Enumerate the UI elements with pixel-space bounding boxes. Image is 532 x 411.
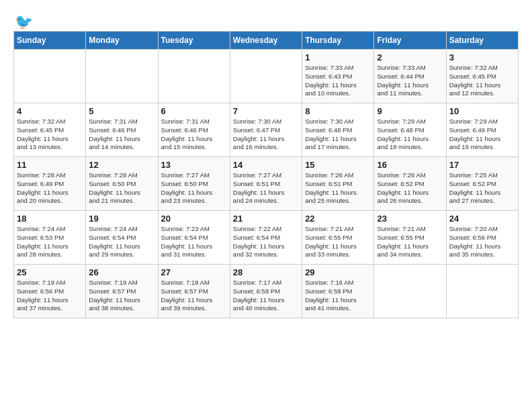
day-info: Sunrise: 7:30 AM Sunset: 6:47 PM Dayligh…: [233, 118, 299, 152]
calendar-header-row: SundayMondayTuesdayWednesdayThursdayFrid…: [14, 32, 519, 50]
day-number: 12: [89, 160, 154, 170]
calendar-cell: 20Sunrise: 7:23 AM Sunset: 6:54 PM Dayli…: [158, 211, 230, 265]
calendar-cell: 26Sunrise: 7:19 AM Sunset: 6:57 PM Dayli…: [86, 265, 158, 318]
calendar-cell: [374, 265, 446, 318]
calendar-week-row: 4Sunrise: 7:32 AM Sunset: 6:45 PM Daylig…: [14, 103, 519, 157]
day-number: 1: [305, 52, 371, 62]
calendar-week-row: 18Sunrise: 7:24 AM Sunset: 6:53 PM Dayli…: [14, 211, 519, 265]
header-wednesday: Wednesday: [230, 32, 302, 50]
day-number: 3: [449, 52, 515, 62]
calendar-cell: 28Sunrise: 7:17 AM Sunset: 6:58 PM Dayli…: [230, 265, 302, 318]
logo: 🐦: [13, 13, 33, 27]
calendar-cell: 17Sunrise: 7:25 AM Sunset: 6:52 PM Dayli…: [446, 157, 518, 211]
day-info: Sunrise: 7:18 AM Sunset: 6:57 PM Dayligh…: [161, 279, 227, 313]
day-info: Sunrise: 7:29 AM Sunset: 6:49 PM Dayligh…: [449, 118, 515, 152]
day-info: Sunrise: 7:24 AM Sunset: 6:54 PM Dayligh…: [89, 225, 154, 259]
day-info: Sunrise: 7:16 AM Sunset: 6:58 PM Dayligh…: [305, 279, 371, 313]
calendar-cell: 7Sunrise: 7:30 AM Sunset: 6:47 PM Daylig…: [230, 103, 302, 157]
calendar-cell: [14, 50, 86, 103]
day-info: Sunrise: 7:30 AM Sunset: 6:48 PM Dayligh…: [305, 118, 371, 152]
day-info: Sunrise: 7:19 AM Sunset: 6:57 PM Dayligh…: [89, 279, 154, 313]
calendar-cell: 5Sunrise: 7:31 AM Sunset: 6:46 PM Daylig…: [86, 103, 158, 157]
day-number: 10: [449, 106, 515, 116]
day-info: Sunrise: 7:31 AM Sunset: 6:46 PM Dayligh…: [89, 118, 154, 152]
day-info: Sunrise: 7:32 AM Sunset: 6:45 PM Dayligh…: [449, 64, 515, 98]
day-number: 27: [161, 267, 227, 277]
calendar-cell: 27Sunrise: 7:18 AM Sunset: 6:57 PM Dayli…: [158, 265, 230, 318]
calendar-cell: [86, 50, 158, 103]
day-number: 26: [89, 267, 154, 277]
page-header: 🐦: [13, 13, 519, 27]
calendar-cell: 4Sunrise: 7:32 AM Sunset: 6:45 PM Daylig…: [14, 103, 86, 157]
day-number: 24: [449, 214, 515, 224]
day-info: Sunrise: 7:24 AM Sunset: 6:53 PM Dayligh…: [17, 225, 83, 259]
calendar-cell: 12Sunrise: 7:28 AM Sunset: 6:50 PM Dayli…: [86, 157, 158, 211]
day-number: 14: [233, 160, 299, 170]
day-number: 15: [305, 160, 371, 170]
day-number: 29: [305, 267, 371, 277]
day-info: Sunrise: 7:28 AM Sunset: 6:50 PM Dayligh…: [89, 171, 154, 205]
day-info: Sunrise: 7:27 AM Sunset: 6:50 PM Dayligh…: [161, 171, 227, 205]
day-info: Sunrise: 7:33 AM Sunset: 6:43 PM Dayligh…: [305, 64, 371, 98]
calendar-cell: 18Sunrise: 7:24 AM Sunset: 6:53 PM Dayli…: [14, 211, 86, 265]
header-saturday: Saturday: [446, 32, 518, 50]
calendar-cell: 11Sunrise: 7:28 AM Sunset: 6:49 PM Dayli…: [14, 157, 86, 211]
day-number: 21: [233, 214, 299, 224]
header-monday: Monday: [86, 32, 158, 50]
calendar-cell: 16Sunrise: 7:26 AM Sunset: 6:52 PM Dayli…: [374, 157, 446, 211]
day-number: 18: [17, 214, 83, 224]
day-info: Sunrise: 7:29 AM Sunset: 6:48 PM Dayligh…: [377, 118, 443, 152]
header-sunday: Sunday: [14, 32, 86, 50]
calendar-cell: 8Sunrise: 7:30 AM Sunset: 6:48 PM Daylig…: [302, 103, 374, 157]
day-info: Sunrise: 7:27 AM Sunset: 6:51 PM Dayligh…: [233, 171, 299, 205]
day-number: 25: [17, 267, 83, 277]
day-number: 9: [377, 106, 443, 116]
day-info: Sunrise: 7:26 AM Sunset: 6:51 PM Dayligh…: [305, 171, 371, 205]
calendar-cell: 24Sunrise: 7:20 AM Sunset: 6:56 PM Dayli…: [446, 211, 518, 265]
calendar-cell: 22Sunrise: 7:21 AM Sunset: 6:55 PM Dayli…: [302, 211, 374, 265]
day-info: Sunrise: 7:25 AM Sunset: 6:52 PM Dayligh…: [449, 171, 515, 205]
calendar-cell: [158, 50, 230, 103]
day-info: Sunrise: 7:26 AM Sunset: 6:52 PM Dayligh…: [377, 171, 443, 205]
day-info: Sunrise: 7:28 AM Sunset: 6:49 PM Dayligh…: [17, 171, 83, 205]
day-info: Sunrise: 7:22 AM Sunset: 6:54 PM Dayligh…: [233, 225, 299, 259]
calendar-cell: 10Sunrise: 7:29 AM Sunset: 6:49 PM Dayli…: [446, 103, 518, 157]
calendar-cell: 6Sunrise: 7:31 AM Sunset: 6:46 PM Daylig…: [158, 103, 230, 157]
calendar-cell: 25Sunrise: 7:19 AM Sunset: 6:56 PM Dayli…: [14, 265, 86, 318]
day-number: 22: [305, 214, 371, 224]
day-number: 20: [161, 214, 227, 224]
day-number: 28: [233, 267, 299, 277]
day-info: Sunrise: 7:19 AM Sunset: 6:56 PM Dayligh…: [17, 279, 83, 313]
calendar-cell: [446, 265, 518, 318]
day-number: 5: [89, 106, 154, 116]
calendar-cell: 21Sunrise: 7:22 AM Sunset: 6:54 PM Dayli…: [230, 211, 302, 265]
calendar-week-row: 1Sunrise: 7:33 AM Sunset: 6:43 PM Daylig…: [14, 50, 519, 103]
day-number: 19: [89, 214, 154, 224]
day-info: Sunrise: 7:31 AM Sunset: 6:46 PM Dayligh…: [161, 118, 227, 152]
calendar-week-row: 11Sunrise: 7:28 AM Sunset: 6:49 PM Dayli…: [14, 157, 519, 211]
day-number: 8: [305, 106, 371, 116]
header-thursday: Thursday: [302, 32, 374, 50]
day-info: Sunrise: 7:21 AM Sunset: 6:55 PM Dayligh…: [305, 225, 371, 259]
calendar-cell: 19Sunrise: 7:24 AM Sunset: 6:54 PM Dayli…: [86, 211, 158, 265]
day-number: 2: [377, 52, 443, 62]
calendar-cell: 23Sunrise: 7:21 AM Sunset: 6:55 PM Dayli…: [374, 211, 446, 265]
day-number: 13: [161, 160, 227, 170]
day-info: Sunrise: 7:33 AM Sunset: 6:44 PM Dayligh…: [377, 64, 443, 98]
calendar-week-row: 25Sunrise: 7:19 AM Sunset: 6:56 PM Dayli…: [14, 265, 519, 318]
calendar-cell: 9Sunrise: 7:29 AM Sunset: 6:48 PM Daylig…: [374, 103, 446, 157]
day-number: 4: [17, 106, 83, 116]
day-number: 23: [377, 214, 443, 224]
day-number: 6: [161, 106, 227, 116]
calendar-cell: 15Sunrise: 7:26 AM Sunset: 6:51 PM Dayli…: [302, 157, 374, 211]
calendar-cell: 2Sunrise: 7:33 AM Sunset: 6:44 PM Daylig…: [374, 50, 446, 103]
day-number: 16: [377, 160, 443, 170]
calendar-cell: 13Sunrise: 7:27 AM Sunset: 6:50 PM Dayli…: [158, 157, 230, 211]
day-number: 7: [233, 106, 299, 116]
header-tuesday: Tuesday: [158, 32, 230, 50]
header-friday: Friday: [374, 32, 446, 50]
calendar-cell: 14Sunrise: 7:27 AM Sunset: 6:51 PM Dayli…: [230, 157, 302, 211]
calendar-table: SundayMondayTuesdayWednesdayThursdayFrid…: [13, 31, 519, 318]
day-info: Sunrise: 7:17 AM Sunset: 6:58 PM Dayligh…: [233, 279, 299, 313]
calendar-cell: 3Sunrise: 7:32 AM Sunset: 6:45 PM Daylig…: [446, 50, 518, 103]
